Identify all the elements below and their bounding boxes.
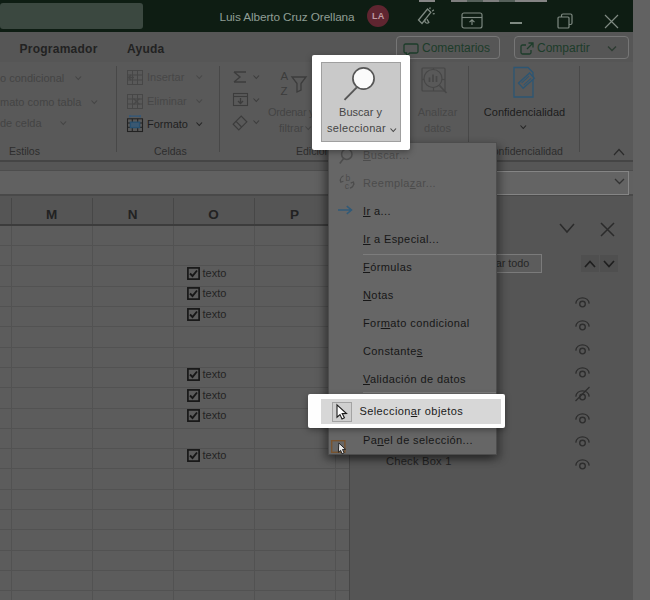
svg-text:c: c [344, 181, 349, 191]
